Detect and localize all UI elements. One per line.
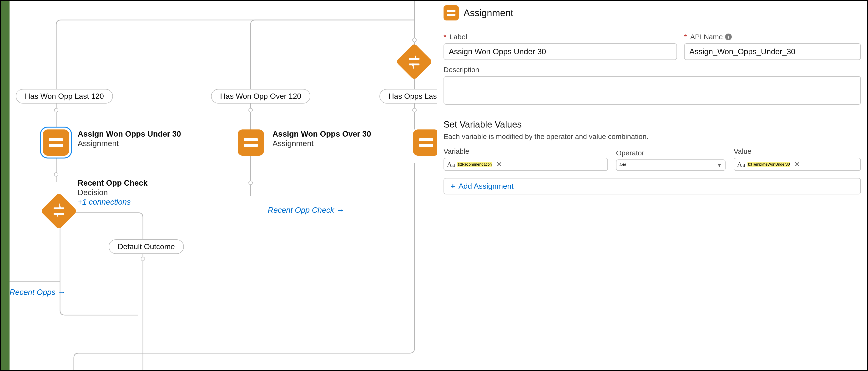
text-type-icon: Aa xyxy=(737,160,745,168)
outcome-pill-won-over-120[interactable]: Has Won Opp Over 120 xyxy=(211,89,310,103)
operator-select[interactable]: Add ▼ xyxy=(616,160,725,171)
label-input[interactable] xyxy=(443,43,677,60)
clear-value-icon[interactable]: ✕ xyxy=(793,160,802,168)
variable-label: Variable xyxy=(443,147,608,156)
chevron-down-icon: ▼ xyxy=(716,162,722,168)
connector-dot xyxy=(412,38,416,42)
operator-label: Operator xyxy=(616,149,725,157)
section-set-variable-sub: Each variable is modified by the operato… xyxy=(437,131,867,147)
connector-dot xyxy=(54,172,58,176)
node-sub-over-30: Assignment xyxy=(273,139,313,148)
connector-dot xyxy=(141,257,145,261)
assignment-node-over-30[interactable] xyxy=(238,130,264,156)
apiname-field-label: *API Namei xyxy=(684,33,861,41)
node-title-under-30: Assign Won Opps Under 30 xyxy=(78,130,181,138)
node-extra-connections[interactable]: +1 connections xyxy=(78,198,131,207)
decision-node-recent-opp[interactable] xyxy=(46,198,72,224)
goto-link-recent-opp-check[interactable]: Recent Opp Check → xyxy=(268,206,344,215)
node-title-recent-opp: Recent Opp Check xyxy=(78,178,148,188)
value-label: Value xyxy=(734,147,861,156)
operator-value: Add xyxy=(619,163,626,167)
assignment-node-right[interactable] xyxy=(413,130,439,156)
node-title-over-30: Assign Won Opps Over 30 xyxy=(273,130,371,138)
outcome-pill-won-last-120[interactable]: Has Won Opp Last 120 xyxy=(16,89,113,103)
goto-link-recent-opps[interactable]: Recent Opps → xyxy=(9,288,65,297)
node-sub-under-30: Assignment xyxy=(78,139,119,148)
description-field-label: Description xyxy=(443,66,861,74)
app-root: Re De Has Won Opp Last 120 Has Won Opp O… xyxy=(0,0,868,371)
connector-dot xyxy=(412,108,416,112)
apiname-input[interactable] xyxy=(684,43,861,60)
variable-token: txtRecommendation xyxy=(457,162,492,167)
property-panel: Assignment *Label *API Namei Description xyxy=(437,1,867,370)
plus-icon: + xyxy=(451,182,455,191)
value-input[interactable]: Aa txtTemplateWonUnder30 ✕ xyxy=(734,158,861,171)
form-basic-info: *Label *API Namei Description xyxy=(437,27,867,113)
section-set-variable-title: Set Variable Values xyxy=(437,113,867,131)
info-icon[interactable]: i xyxy=(725,34,732,40)
panel-title: Assignment xyxy=(464,8,513,18)
connector-dot xyxy=(248,181,253,185)
flow-canvas[interactable]: Re De Has Won Opp Last 120 Has Won Opp O… xyxy=(9,1,867,370)
assignment-row: Variable Aa txtRecommendation ✕ Operator… xyxy=(437,147,867,171)
text-type-icon: Aa xyxy=(447,160,455,168)
assignment-node-under-30[interactable] xyxy=(43,130,69,156)
value-token: txtTemplateWonUnder30 xyxy=(747,162,790,167)
node-sub-recent-opp: Decision xyxy=(78,188,108,197)
connector-dot xyxy=(248,108,253,112)
label-field-label: *Label xyxy=(443,33,677,41)
panel-header: Assignment xyxy=(437,1,867,27)
left-accent-bar xyxy=(1,1,9,370)
outcome-pill-default[interactable]: Default Outcome xyxy=(108,239,184,254)
description-input[interactable] xyxy=(443,76,861,105)
decision-node-top[interactable] xyxy=(401,48,427,75)
clear-variable-icon[interactable]: ✕ xyxy=(495,160,503,168)
variable-input[interactable]: Aa txtRecommendation ✕ xyxy=(443,158,608,171)
assignment-element-icon xyxy=(443,5,459,21)
connector-dot xyxy=(54,108,58,112)
add-assignment-button[interactable]: + Add Assignment xyxy=(443,178,861,195)
